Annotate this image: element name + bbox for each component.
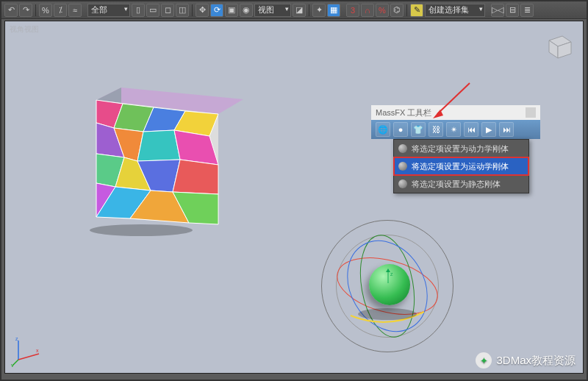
unlink-button[interactable]: ⁒	[54, 4, 67, 17]
redo-button[interactable]: ↷	[19, 4, 32, 17]
axis-gizmo: z x y	[11, 336, 42, 367]
menu-item-label: 将选定项设置为静态刚体	[412, 179, 501, 190]
snap-toggle-button[interactable]: 3	[346, 4, 359, 17]
use-center-button[interactable]: ◪	[293, 4, 306, 17]
svg-text:z: z	[15, 336, 18, 341]
percent-snap-button[interactable]: %	[376, 4, 389, 17]
viewport[interactable]: 视角视图	[4, 21, 584, 374]
svg-text:x: x	[36, 348, 39, 353]
watermark: ✦ 3DMax教程资源	[476, 352, 576, 368]
undo-button[interactable]: ↶	[4, 4, 18, 17]
ref-coord-dropdown[interactable]: 视图	[254, 4, 291, 17]
watermark-text: 3DMax教程资源	[496, 354, 576, 368]
placement-button[interactable]: ◉	[240, 4, 253, 17]
named-selection-button[interactable]: ✎	[410, 4, 423, 17]
rotate-button[interactable]: ⟳	[210, 4, 223, 17]
svg-marker-18	[173, 160, 218, 194]
massfx-title-label: MassFX 工具栏	[376, 107, 431, 118]
sim-play-button[interactable]: ▶	[481, 122, 496, 137]
massfx-panel[interactable]: MassFX 工具栏 🌐 ● 👕 ⛓ ✴ ⏮ ▶ ⏭	[371, 105, 540, 139]
sphere-icon	[398, 179, 407, 188]
move-button[interactable]: ✥	[196, 4, 209, 17]
menu-item-label: 将选定项设置为动力学刚体	[412, 143, 509, 154]
menu-item-kinematic[interactable]: 将选定项设置为运动学刚体	[394, 157, 528, 175]
world-params-button[interactable]: 🌐	[376, 122, 390, 137]
sphere-object[interactable]: z	[369, 264, 410, 305]
close-icon[interactable]	[526, 107, 536, 118]
keyboard-shortcut-button[interactable]: ▦	[327, 4, 340, 17]
sim-reset-button[interactable]: ⏮	[464, 122, 478, 137]
select-by-name-button[interactable]: ▭	[146, 4, 159, 17]
sim-step-button[interactable]: ⏭	[499, 122, 514, 137]
constraint-button[interactable]: ⛓	[429, 122, 443, 137]
mirror-button[interactable]: ▷◁	[491, 4, 504, 17]
svg-text:z: z	[390, 271, 393, 277]
bind-spacewarp-button[interactable]: ≈	[68, 4, 82, 17]
sphere-icon	[398, 144, 407, 153]
selection-filter-dropdown[interactable]: 全部	[87, 4, 130, 17]
svg-line-32	[18, 354, 39, 360]
sphere-with-gizmo[interactable]: z	[314, 213, 461, 360]
svg-marker-5	[86, 100, 96, 237]
cloth-button[interactable]: 👕	[411, 122, 426, 137]
massfx-titlebar[interactable]: MassFX 工具栏	[371, 105, 540, 120]
link-button[interactable]: %	[39, 4, 52, 17]
rectangular-region-button[interactable]: ◻	[161, 4, 174, 17]
svg-point-23	[90, 224, 193, 236]
app-frame: ↶ ↷ % ⁒ ≈ 全部 ▯ ▭ ◻ ◫ ✥ ⟳ ▣ ◉ 视图 ◪ ✦ ▦ 3 …	[0, 0, 588, 381]
scale-button[interactable]: ▣	[225, 4, 238, 17]
massfx-tool-row: 🌐 ● 👕 ⛓ ✴ ⏮ ▶ ⏭	[371, 120, 540, 139]
menu-item-static[interactable]: 将选定项设置为静态刚体	[394, 175, 528, 193]
main-toolbar: ↶ ↷ % ⁒ ≈ 全部 ▯ ▭ ◻ ◫ ✥ ⟳ ▣ ◉ 视图 ◪ ✦ ▦ 3 …	[1, 1, 587, 19]
viewcube[interactable]	[540, 27, 577, 64]
sphere-icon	[398, 162, 407, 171]
select-manipulate-button[interactable]: ✦	[312, 4, 326, 17]
menu-item-label: 将选定项设置为运动学刚体	[412, 161, 509, 172]
rigid-body-menu[interactable]: 将选定项设置为动力学刚体 将选定项设置为运动学刚体 将选定项设置为静态刚体	[393, 139, 529, 193]
window-crossing-button[interactable]: ◫	[176, 4, 189, 17]
svg-marker-13	[137, 130, 180, 161]
angle-snap-button[interactable]: ∩	[361, 4, 374, 17]
fractured-box-object[interactable]	[86, 88, 257, 237]
viewport-label: 视角视图	[10, 24, 39, 35]
rigid-body-button[interactable]: ●	[393, 122, 408, 137]
align-button[interactable]: ⊟	[506, 4, 519, 17]
svg-text:y: y	[11, 363, 14, 367]
select-object-button[interactable]: ▯	[132, 4, 145, 17]
ragdoll-button[interactable]: ✴	[446, 122, 461, 137]
menu-item-dynamic[interactable]: 将选定项设置为动力学刚体	[394, 140, 528, 157]
wechat-icon: ✦	[476, 352, 492, 368]
layers-button[interactable]: ≣	[520, 4, 534, 17]
spinner-snap-button[interactable]: ⌬	[390, 4, 404, 17]
named-selection-dropdown[interactable]: 创建选择集	[425, 4, 485, 17]
